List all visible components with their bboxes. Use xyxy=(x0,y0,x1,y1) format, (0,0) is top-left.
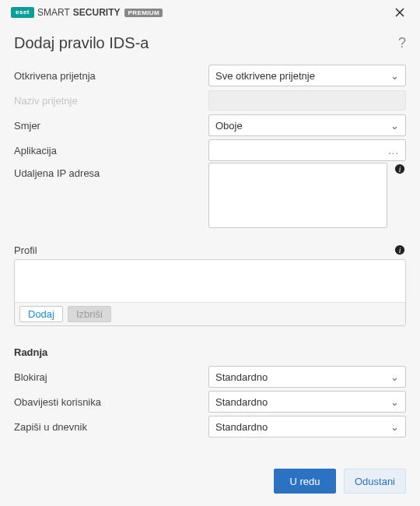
select-zapisi[interactable]: Standardno ⌄ xyxy=(208,416,406,437)
profil-list-panel: Dodaj Izbriši xyxy=(14,259,406,326)
label-naziv-prijetnje: Naziv prijetnje xyxy=(14,93,201,108)
chevron-down-icon: ⌄ xyxy=(390,421,399,433)
profil-panel-footer: Dodaj Izbriši xyxy=(15,302,405,325)
brand-name-bold: SECURITY xyxy=(73,7,121,18)
input-naziv-prijetnje xyxy=(208,90,406,111)
info-icon: i xyxy=(394,244,405,255)
label-obavijesti: Obavijesti korisnika xyxy=(14,395,201,409)
ok-button[interactable]: U redu xyxy=(274,469,336,494)
browse-aplikacija[interactable]: ... xyxy=(208,139,406,161)
select-blokiraj[interactable]: Standardno ⌄ xyxy=(208,366,406,388)
profil-list-body[interactable] xyxy=(15,260,405,302)
select-value: Standardno xyxy=(215,396,268,408)
delete-profil-button: Izbriši xyxy=(68,306,111,322)
label-udaljena-ip: Udaljena IP adresa xyxy=(14,163,201,181)
radnja-section: Blokiraj Standardno ⌄ Obavijesti korisni… xyxy=(0,364,420,439)
help-button[interactable]: ? xyxy=(398,35,406,51)
select-value: Standardno xyxy=(215,421,268,433)
dialog-window: eset SMART SECURITY PREMIUM Dodaj pravil… xyxy=(0,0,420,506)
label-smjer: Smjer xyxy=(14,118,201,133)
info-button-profil[interactable]: i xyxy=(394,244,406,256)
chevron-down-icon: ⌄ xyxy=(390,120,399,132)
select-value: Standardno xyxy=(215,371,268,383)
chevron-down-icon: ⌄ xyxy=(390,396,399,408)
header: Dodaj pravilo IDS-a ? xyxy=(0,23,420,60)
titlebar: eset SMART SECURITY PREMIUM xyxy=(0,0,420,23)
section-radnja-heading: Radnja xyxy=(0,326,420,364)
brand: eset SMART SECURITY PREMIUM xyxy=(11,7,163,18)
label-zapisi: Zapiši u dnevnik xyxy=(14,420,201,434)
page-title: Dodaj pravilo IDS-a xyxy=(14,34,149,52)
label-aplikacija: Aplikacija xyxy=(14,143,201,158)
close-button[interactable] xyxy=(389,4,411,21)
chevron-down-icon: ⌄ xyxy=(390,70,399,82)
label-otkrivena-prijetnja: Otkrivena prijetnja xyxy=(14,69,201,83)
select-value: Oboje xyxy=(215,120,243,132)
label-profil: Profil xyxy=(14,244,37,256)
select-smjer[interactable]: Oboje ⌄ xyxy=(208,114,406,136)
ellipsis-icon: ... xyxy=(388,145,399,156)
profil-section: Profil i Dodaj Izbriši xyxy=(0,244,420,326)
select-otkrivena-prijetnja[interactable]: Sve otkrivene prijetnje ⌄ xyxy=(208,65,406,86)
cancel-button[interactable]: Odustani xyxy=(344,469,406,494)
svg-text:i: i xyxy=(399,165,401,174)
info-button-udaljena-ip[interactable]: i xyxy=(394,163,406,175)
form: Otkrivena prijetnja Sve otkrivene prijet… xyxy=(0,60,420,244)
brand-logo: eset xyxy=(11,7,34,18)
brand-name-thin: SMART xyxy=(37,7,70,18)
close-icon xyxy=(395,8,404,17)
brand-badge: PREMIUM xyxy=(124,9,163,17)
info-icon: i xyxy=(394,163,405,174)
svg-text:i: i xyxy=(399,246,401,255)
chevron-down-icon: ⌄ xyxy=(390,371,399,383)
add-profil-button[interactable]: Dodaj xyxy=(19,306,63,322)
label-blokiraj: Blokiraj xyxy=(14,370,201,385)
select-obavijesti[interactable]: Standardno ⌄ xyxy=(208,391,406,413)
textarea-udaljena-ip[interactable] xyxy=(208,163,387,228)
dialog-footer: U redu Odustani xyxy=(0,459,420,506)
select-value: Sve otkrivene prijetnje xyxy=(215,70,315,82)
